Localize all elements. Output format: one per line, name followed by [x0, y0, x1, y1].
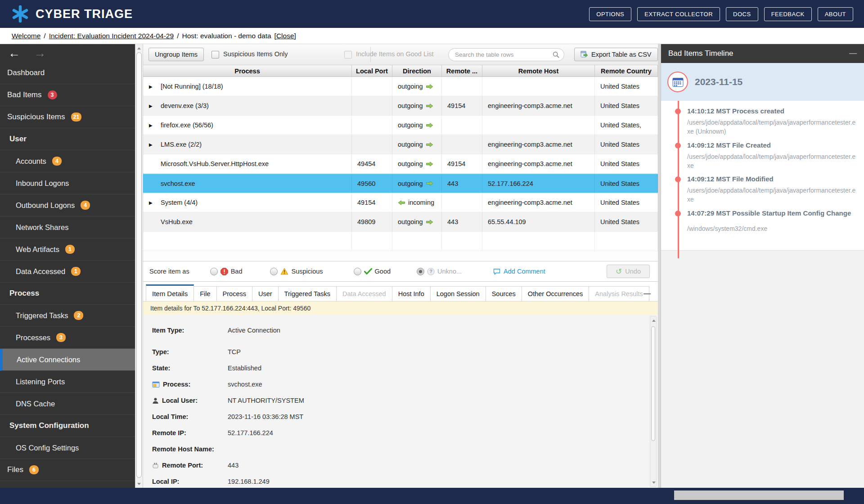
expand-arrow-icon[interactable]: ▶	[149, 123, 161, 128]
tab-triggered-tasks[interactable]: Triggered Tasks	[278, 286, 337, 301]
scroll-down-icon[interactable]	[650, 479, 657, 486]
nav-back-arrow-icon[interactable]: ←	[8, 47, 20, 59]
table-row[interactable]: ▶Microsoft.VsHub.Server.HttpHost.exe 494…	[143, 154, 658, 174]
tab-file[interactable]: File	[194, 286, 216, 301]
horizontal-scrollbar-thumb[interactable]	[674, 490, 844, 500]
minimize-timeline-icon[interactable]: —	[849, 49, 857, 58]
tab-process[interactable]: Process	[216, 286, 252, 301]
timeline-title: Bad Items Timeline	[668, 49, 734, 58]
tab-analysis-results: Analysis Results	[589, 286, 649, 301]
scroll-up-icon[interactable]	[135, 45, 143, 52]
export-csv-button[interactable]: Export Table as CSV	[574, 48, 658, 61]
timeline-event[interactable]: 14:09:12 MST File Modified /users/jdoe/a…	[687, 175, 858, 204]
tab-sources[interactable]: Sources	[486, 286, 522, 301]
column-header-remote-host[interactable]: Remote Host	[482, 65, 595, 76]
suspicious-icon	[280, 268, 288, 275]
sidebar-item-bad-items[interactable]: Bad Items 3	[0, 84, 135, 106]
outgoing-arrow-icon	[426, 84, 433, 90]
sidebar-item-network-shares[interactable]: Network Shares	[0, 216, 135, 238]
column-header-remote-country[interactable]: Remote Country	[595, 65, 658, 76]
table-search	[448, 48, 564, 61]
app-title: CYBER TRIAGE	[36, 7, 133, 21]
detail-row: Type: TCP	[152, 344, 658, 360]
score-bad-option[interactable]: Bad	[210, 268, 243, 275]
sidebar-item-data-accessed[interactable]: Data Accessed 1	[0, 261, 135, 283]
scroll-down-icon[interactable]	[135, 480, 143, 487]
table-row[interactable]: ▶[Not Running] (18/18) outgoing United S…	[143, 77, 658, 96]
sidebar-nav-arrows: ← →	[0, 44, 135, 62]
sidebar-item-processes[interactable]: Processes 3	[0, 327, 135, 349]
export-csv-icon	[580, 51, 588, 58]
expand-arrow-icon[interactable]: ▶	[149, 104, 161, 108]
timeline-event[interactable]: 14:09:12 MST File Created /users/jdoe/ap…	[687, 141, 858, 171]
sidebar-scrollbar-thumb[interactable]	[136, 52, 142, 478]
sidebar-item-dns-cache[interactable]: DNS Cache	[0, 393, 135, 415]
expand-arrow-icon[interactable]: ▶	[149, 200, 161, 205]
column-header-direction[interactable]: Direction	[392, 65, 442, 76]
sidebar-item-web-artifacts[interactable]: Web Artifacts 1	[0, 238, 135, 261]
table-row[interactable]: ▶firefox.exe (56/56) outgoing United Sta…	[143, 116, 658, 135]
timeline-event[interactable]: 14:10:12 MST Process created /users/jdoe…	[687, 107, 858, 136]
breadcrumb-incident-link[interactable]: Incident: Evaluation Incident 2024-04-29	[49, 32, 174, 40]
sidebar-item-outbound-logons[interactable]: Outbound Logons 4	[0, 194, 135, 216]
score-suspicious-option[interactable]: Suspicious	[270, 268, 323, 275]
tab-user[interactable]: User	[252, 286, 279, 301]
sidebar-item-label: Processes	[16, 333, 50, 342]
column-header-remote-port[interactable]: Remote ...	[442, 65, 482, 76]
about-button[interactable]: ABOUT	[818, 7, 853, 21]
sidebar-item-accounts[interactable]: Accounts 4	[0, 150, 135, 172]
bad-radio[interactable]	[210, 268, 218, 275]
table-row[interactable]: ▶devenv.exe (3/3) outgoing 49154 enginee…	[143, 96, 658, 116]
column-header-local-port[interactable]: Local Port	[352, 65, 392, 76]
details-scrollbar[interactable]	[650, 316, 657, 487]
tab-host-info[interactable]: Host Info	[392, 286, 431, 301]
nav-forward-arrow-icon: →	[34, 47, 46, 59]
feedback-button[interactable]: FEEDBACK	[764, 7, 812, 21]
extract-collector-button[interactable]: EXTRACT COLLECTOR	[637, 7, 720, 21]
sidebar-item-triggered-tasks[interactable]: Triggered Tasks 2	[0, 305, 135, 327]
table-row[interactable]: ▶LMS.exe (2/2) outgoing engineering-comp…	[143, 135, 658, 154]
minimize-detail-panel-icon[interactable]: —	[644, 290, 651, 298]
tab-other-occurrences[interactable]: Other Occurrences	[522, 286, 590, 301]
expand-arrow-icon[interactable]: ▶	[149, 84, 161, 89]
sidebar: ← → Dashboard Bad Items 3 Suspicious Ite…	[0, 44, 135, 488]
sidebar-item-listening-ports[interactable]: Listening Ports	[0, 371, 135, 393]
sidebar-item-suspicious-items[interactable]: Suspicious Items 21	[0, 106, 135, 128]
svg-text:?: ?	[429, 269, 432, 274]
table-row[interactable]: ▶VsHub.exe 49809 outgoing 443 65.55.44.1…	[143, 212, 658, 232]
docs-button[interactable]: DOCS	[726, 7, 758, 21]
details-scrollbar-thumb[interactable]	[651, 326, 655, 441]
tab-item-details[interactable]: Item Details	[146, 284, 194, 301]
sidebar-item-dashboard[interactable]: Dashboard	[0, 62, 135, 84]
sidebar-section-label: System Configuration	[9, 421, 89, 430]
sidebar-item-files[interactable]: Files 6	[0, 459, 135, 481]
add-comment-link[interactable]: Add Comment	[493, 268, 545, 275]
suspicious-radio[interactable]	[270, 268, 278, 275]
sidebar-scrollbar[interactable]	[135, 44, 143, 488]
table-row[interactable]: ▶System (4/4) 49154 incoming engineering…	[143, 193, 658, 212]
breadcrumb-close-link[interactable]: [Close]	[274, 32, 296, 40]
table-row-selected[interactable]: ▶svchost.exe 49560 outgoing 443 52.177.1…	[143, 174, 658, 193]
score-good-option[interactable]: Good	[354, 268, 391, 275]
sidebar-item-active-connections[interactable]: Active Connections	[0, 349, 135, 371]
tab-logon-session[interactable]: Logon Session	[430, 286, 486, 301]
good-radio[interactable]	[354, 268, 361, 275]
detail-row: Remote IP: 52.177.166.224	[152, 425, 658, 441]
score-unknown-option[interactable]: ? Unkno...	[417, 268, 462, 275]
options-button[interactable]: OPTIONS	[589, 7, 631, 21]
suspicious-items-only-checkbox[interactable]	[212, 51, 219, 58]
scroll-up-icon[interactable]	[650, 317, 657, 324]
ungroup-items-button[interactable]: Ungroup Items	[148, 48, 204, 61]
breadcrumb-host-label: Host: evaluation - demo data	[182, 32, 271, 40]
column-header-process[interactable]: Process	[143, 65, 352, 76]
sidebar-item-label: Files	[7, 465, 23, 474]
sidebar-item-os-config-settings[interactable]: OS Config Settings	[0, 437, 135, 459]
count-badge: 3	[48, 90, 57, 99]
unknown-radio-selected[interactable]	[417, 268, 424, 275]
breadcrumb-welcome-link[interactable]: Welcome	[12, 32, 40, 40]
sidebar-item-inbound-logons[interactable]: Inbound Logons	[0, 172, 135, 194]
incoming-arrow-icon	[398, 200, 405, 206]
expand-arrow-icon[interactable]: ▶	[149, 142, 161, 147]
timeline-event[interactable]: 14:07:29 MST Possible Startup Item Confi…	[687, 209, 858, 233]
search-input[interactable]	[455, 51, 553, 58]
